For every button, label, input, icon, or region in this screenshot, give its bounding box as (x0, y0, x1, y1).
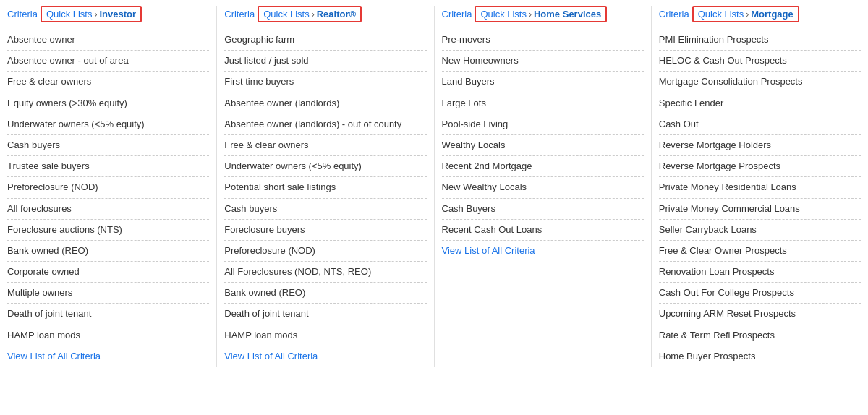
list-item: Reverse Mortgage Prospects (659, 156, 861, 177)
list-item: Underwater owners (<5% equity) (224, 156, 426, 177)
list-item: All foreclosures (7, 199, 209, 220)
list-item: Cash buyers (7, 135, 209, 156)
ql-type-realtor: Realtor® (317, 9, 356, 20)
ql-label-investor: Quick Lists (46, 9, 93, 20)
list-item: Seller Carryback Loans (659, 220, 861, 241)
list-item: Free & Clear Owner Prospects (659, 241, 861, 262)
criteria-link-home-services[interactable]: Criteria (442, 9, 472, 20)
list-item: HELOC & Cash Out Prospects (659, 51, 861, 72)
quick-lists-box-mortgage: Quick Lists›Mortgage (692, 6, 799, 22)
list-item: Recent 2nd Mortgage (442, 156, 644, 177)
ql-type-mortgage: Mortgage (751, 9, 793, 20)
ql-arrow-realtor: › (312, 9, 315, 20)
list-item: New Homeowners (442, 51, 644, 72)
header-investor: CriteriaQuick Lists›Investor (7, 6, 209, 25)
list-item: Reverse Mortgage Holders (659, 135, 861, 156)
list-item: Renovation Loan Prospects (659, 262, 861, 283)
list-item: Pool-side Living (442, 114, 644, 135)
list-item: Land Buyers (442, 72, 644, 93)
list-item: Rate & Term Refi Prospects (659, 325, 861, 346)
list-item: Multiple owners (7, 283, 209, 304)
list-item: Cash Out (659, 114, 861, 135)
column-investor: CriteriaQuick Lists›InvestorAbsentee own… (0, 6, 217, 367)
list-item: HAMP loan mods (7, 325, 209, 346)
quick-lists-box-investor: Quick Lists›Investor (41, 6, 142, 22)
list-item: All Foreclosures (NOD, NTS, REO) (224, 262, 426, 283)
ql-type-investor: Investor (99, 9, 136, 20)
list-item: Recent Cash Out Loans (442, 220, 644, 241)
list-item: New Wealthy Locals (442, 177, 644, 198)
list-item: Private Money Residential Loans (659, 177, 861, 198)
ql-label-realtor: Quick Lists (263, 9, 310, 20)
list-item: Bank owned (REO) (7, 241, 209, 262)
ql-label-mortgage: Quick Lists (698, 9, 744, 20)
list-item: HAMP loan mods (224, 325, 426, 346)
view-all-criteria-link[interactable]: View List of All Criteria (7, 351, 101, 361)
header-realtor: CriteriaQuick Lists›Realtor® (224, 6, 426, 25)
list-item[interactable]: View List of All Criteria (7, 346, 209, 367)
list-item: First time buyers (224, 72, 426, 93)
list-item: Preforeclosure (NOD) (7, 177, 209, 198)
column-mortgage: CriteriaQuick Lists›MortgagePMI Eliminat… (652, 6, 868, 367)
list-item: Pre-movers (442, 30, 644, 51)
quick-lists-box-realtor: Quick Lists›Realtor® (258, 6, 362, 22)
ql-arrow-investor: › (94, 9, 97, 20)
criteria-link-mortgage[interactable]: Criteria (659, 9, 689, 20)
list-item: Absentee owner - out of area (7, 51, 209, 72)
list-item: Free & clear owners (224, 135, 426, 156)
column-home-services: CriteriaQuick Lists›Home ServicesPre-mov… (435, 6, 652, 367)
list-item: Just listed / just sold (224, 51, 426, 72)
list-item: Trustee sale buyers (7, 156, 209, 177)
list-item: Upcoming ARM Reset Prospects (659, 304, 861, 325)
criteria-link-realtor[interactable]: Criteria (224, 9, 255, 20)
header-mortgage: CriteriaQuick Lists›Mortgage (659, 6, 861, 25)
list-item: Specific Lender (659, 93, 861, 114)
column-realtor: CriteriaQuick Lists›Realtor®Geographic f… (217, 6, 434, 367)
list-item: Cash Out For College Prospects (659, 283, 861, 304)
list-item: Equity owners (>30% equity) (7, 93, 209, 114)
list-item: Private Money Commercial Loans (659, 199, 861, 220)
list-item[interactable]: View List of All Criteria (442, 241, 644, 261)
list-item: Cash buyers (224, 199, 426, 220)
list-item: Absentee owner (landlords) (224, 93, 426, 114)
list-item: Large Lots (442, 93, 644, 114)
list-item: Corporate owned (7, 262, 209, 283)
list-item: Death of joint tenant (7, 304, 209, 325)
list-item: Geographic farm (224, 30, 426, 51)
list-item: Cash Buyers (442, 199, 644, 220)
list-item: Absentee owner (landlords) - out of coun… (224, 114, 426, 135)
view-all-criteria-link[interactable]: View List of All Criteria (224, 351, 318, 361)
list-item: Free & clear owners (7, 72, 209, 93)
view-all-criteria-link[interactable]: View List of All Criteria (442, 245, 535, 256)
list-item: Foreclosure buyers (224, 220, 426, 241)
ql-arrow-mortgage: › (746, 9, 749, 20)
list-item[interactable]: View List of All Criteria (224, 346, 426, 367)
list-item: Foreclosure auctions (NTS) (7, 220, 209, 241)
list-item: Mortgage Consolidation Prospects (659, 72, 861, 93)
ql-arrow-home-services: › (529, 9, 532, 20)
quick-lists-box-home-services: Quick Lists›Home Services (475, 6, 607, 22)
page-container: CriteriaQuick Lists›InvestorAbsentee own… (0, 0, 868, 372)
header-home-services: CriteriaQuick Lists›Home Services (442, 6, 644, 25)
list-item: Bank owned (REO) (224, 283, 426, 304)
ql-label-home-services: Quick Lists (480, 9, 527, 20)
list-item: Death of joint tenant (224, 304, 426, 325)
list-item: Preforeclosure (NOD) (224, 241, 426, 262)
list-item: Absentee owner (7, 30, 209, 51)
list-item: Home Buyer Prospects (659, 346, 861, 367)
list-item: Underwater owners (<5% equity) (7, 114, 209, 135)
list-item: Potential short sale listings (224, 177, 426, 198)
list-item: PMI Elimination Prospects (659, 30, 861, 51)
list-item: Wealthy Locals (442, 135, 644, 156)
ql-type-home-services: Home Services (534, 9, 601, 20)
criteria-link-investor[interactable]: Criteria (7, 9, 38, 20)
